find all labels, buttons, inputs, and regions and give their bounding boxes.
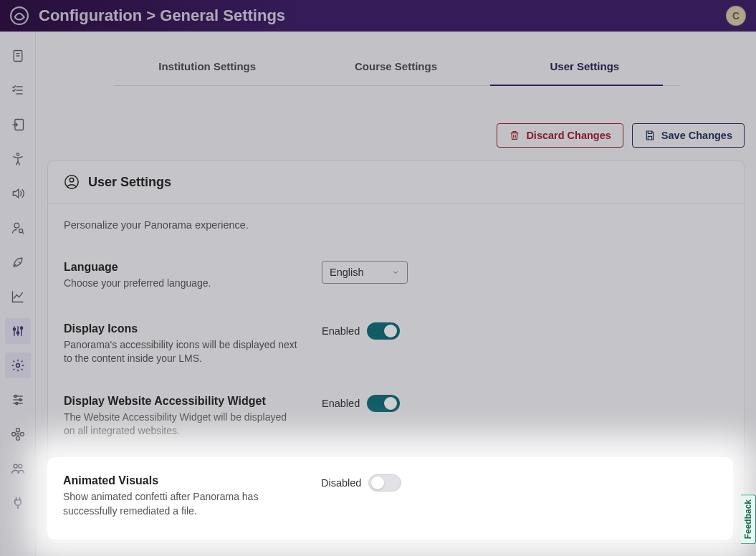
tab-active-underline [490, 85, 663, 86]
display-icons-toggle[interactable] [367, 322, 400, 340]
animated-visuals-desc: Show animated confetti after Panorama ha… [63, 490, 300, 518]
sidebar-plug-icon[interactable] [5, 490, 31, 516]
setting-display-widget: Display Website Accessibility Widget The… [64, 366, 728, 438]
action-buttons: Discard Changes Save Changes [36, 86, 756, 160]
animated-visuals-toggle[interactable] [368, 474, 401, 492]
sidebar-import-icon[interactable] [5, 112, 31, 138]
svg-point-27 [16, 436, 19, 440]
tab-user-settings[interactable]: User Settings [490, 60, 679, 85]
tab-course-settings[interactable]: Course Settings [302, 60, 490, 85]
svg-point-9 [14, 223, 19, 228]
sidebar-group-icon[interactable] [5, 456, 31, 481]
svg-point-18 [16, 364, 19, 368]
svg-point-0 [11, 7, 28, 24]
display-icons-title: Display Icons [64, 322, 300, 335]
chevron-down-icon [391, 268, 400, 277]
sidebar-flower-icon[interactable] [5, 421, 31, 447]
avatar[interactable]: C [726, 6, 746, 26]
trash-icon [509, 130, 520, 141]
settings-tabs: Institution Settings Course Settings Use… [113, 60, 679, 86]
svg-point-25 [16, 433, 19, 435]
sidebar [0, 32, 36, 556]
setting-animated-visuals: Animated Visuals Show animated confetti … [47, 457, 733, 540]
svg-point-33 [70, 178, 74, 183]
save-changes-button[interactable]: Save Changes [632, 123, 745, 148]
sidebar-rocket-icon[interactable] [5, 249, 31, 275]
card-header: User Settings [48, 161, 744, 203]
sidebar-document-icon[interactable] [5, 43, 31, 69]
topbar: Configuration > General Settings C [0, 0, 756, 32]
svg-point-17 [20, 327, 22, 329]
svg-point-26 [16, 428, 19, 432]
sidebar-accessibility-icon[interactable] [5, 146, 31, 172]
display-widget-title: Display Website Accessibility Widget [64, 395, 300, 408]
setting-display-icons: Display Icons Panorama's accessibility i… [64, 291, 728, 366]
breadcrumb: Configuration > General Settings [39, 6, 285, 25]
sidebar-volume-icon[interactable] [5, 181, 31, 206]
tab-institution-settings[interactable]: Institution Settings [113, 60, 302, 85]
language-desc: Choose your preferred language. [64, 277, 300, 291]
svg-point-10 [19, 229, 22, 233]
display-widget-toggle[interactable] [367, 395, 400, 412]
discard-changes-button[interactable]: Discard Changes [497, 123, 623, 148]
language-value: English [330, 267, 364, 278]
svg-point-13 [13, 328, 15, 330]
svg-point-31 [18, 464, 21, 468]
animated-visuals-title: Animated Visuals [63, 474, 300, 487]
svg-point-15 [16, 332, 19, 334]
display-widget-state: Enabled [322, 398, 360, 409]
discard-label: Discard Changes [526, 130, 611, 141]
sidebar-chart-icon[interactable] [5, 284, 31, 310]
display-icons-state: Enabled [322, 325, 360, 337]
user-circle-icon [64, 174, 80, 190]
card-title: User Settings [88, 175, 171, 190]
section-intro: Personalize your Panorama experience. [64, 219, 728, 231]
app-logo-icon [10, 6, 29, 25]
sidebar-user-search-icon[interactable] [5, 215, 31, 241]
save-icon [644, 130, 656, 141]
save-label: Save Changes [661, 130, 732, 141]
svg-point-8 [16, 153, 19, 155]
sidebar-sliders-icon[interactable] [5, 318, 31, 344]
setting-language: Language Choose your preferred language.… [64, 248, 728, 291]
display-widget-desc: The Website Accessibility Widget will be… [64, 411, 300, 438]
svg-point-28 [11, 433, 15, 436]
language-title: Language [64, 261, 300, 274]
sidebar-gear-icon[interactable] [5, 353, 31, 378]
svg-line-11 [22, 233, 24, 234]
svg-point-29 [20, 433, 24, 436]
svg-point-30 [14, 464, 17, 468]
sidebar-equalizer-icon[interactable] [5, 387, 31, 413]
language-select[interactable]: English [322, 261, 408, 284]
display-icons-desc: Panorama's accessibility icons will be d… [64, 338, 300, 366]
animated-visuals-state: Disabled [321, 477, 361, 489]
feedback-tab[interactable]: Feedback [741, 494, 756, 544]
sidebar-checklist-icon[interactable] [5, 77, 31, 103]
